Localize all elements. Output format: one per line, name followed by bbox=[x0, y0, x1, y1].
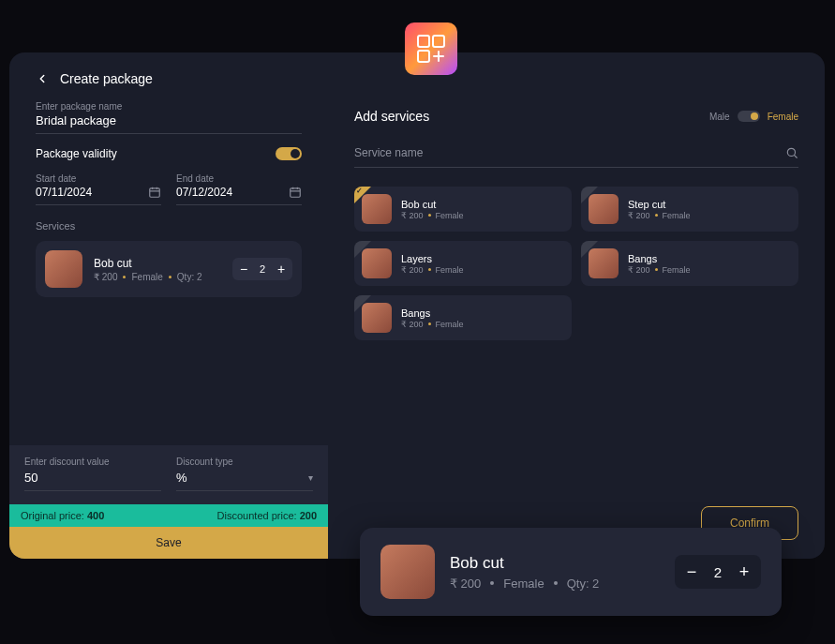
service-thumbnail bbox=[362, 303, 392, 333]
service-card[interactable]: Bob cut ₹ 200 Female bbox=[354, 187, 572, 232]
meta-dot bbox=[169, 276, 171, 278]
meta-dot bbox=[123, 276, 126, 278]
service-card-name: Layers bbox=[401, 253, 464, 264]
service-card-name: Bangs bbox=[628, 253, 691, 264]
validity-label: Package validity bbox=[36, 147, 117, 160]
service-card[interactable]: Bangs ₹ 200 Female bbox=[354, 295, 572, 340]
chosen-service-gender: Female bbox=[131, 272, 162, 282]
chosen-service-qty-label: Qty: 2 bbox=[177, 272, 202, 282]
right-panel: Add services Male Female Service name Bo… bbox=[328, 52, 825, 559]
service-thumbnail bbox=[362, 194, 392, 224]
selected-service-popover: Bob cut ₹ 200 Female Qty: 2 − 2 + bbox=[360, 528, 782, 616]
original-price-value: 400 bbox=[87, 510, 104, 521]
search-icon bbox=[785, 146, 798, 159]
discount-value-label: Enter discount value bbox=[24, 457, 161, 467]
meta-dot bbox=[554, 581, 558, 585]
validity-toggle[interactable] bbox=[276, 147, 302, 160]
discounted-price-label: Discounted price: bbox=[217, 510, 297, 521]
service-card[interactable]: Bangs ₹ 200 Female bbox=[581, 241, 798, 286]
svg-rect-5 bbox=[150, 188, 160, 197]
chosen-service-name: Bob cut bbox=[94, 257, 221, 270]
page-title: Create package bbox=[60, 71, 153, 86]
discount-type-select[interactable]: % ▾ bbox=[176, 471, 313, 491]
gender-toggle: Male Female bbox=[709, 111, 798, 122]
service-thumbnail bbox=[362, 248, 392, 278]
float-qty-label: Qty: 2 bbox=[567, 577, 600, 591]
gender-female-label: Female bbox=[768, 112, 798, 122]
service-card-gender: Female bbox=[436, 265, 464, 275]
add-services-title: Add services bbox=[354, 109, 429, 124]
chosen-service-price: ₹ 200 bbox=[94, 272, 117, 282]
start-date-value: 07/11/2024 bbox=[36, 186, 92, 199]
app-logo bbox=[405, 22, 457, 75]
service-card-name: Step cut bbox=[628, 199, 691, 210]
search-input[interactable]: Service name bbox=[354, 146, 798, 168]
float-service-price: ₹ 200 bbox=[450, 577, 481, 591]
meta-dot bbox=[655, 214, 658, 217]
qty-stepper: − 2 + bbox=[232, 258, 292, 280]
svg-rect-9 bbox=[291, 188, 301, 197]
service-card-gender: Female bbox=[436, 320, 464, 329]
float-service-name: Bob cut bbox=[450, 554, 660, 573]
service-card-name: Bangs bbox=[401, 307, 464, 319]
float-qty-minus-button[interactable]: − bbox=[680, 561, 703, 583]
float-qty-stepper: − 2 + bbox=[675, 555, 761, 589]
calendar-icon bbox=[289, 186, 302, 199]
original-price-label: Original price: bbox=[21, 510, 84, 521]
qty-plus-button[interactable]: + bbox=[273, 261, 290, 277]
chosen-service-item: Bob cut ₹ 200 Female Qty: 2 − 2 + bbox=[36, 241, 302, 297]
service-card-price: ₹ 200 bbox=[628, 211, 650, 220]
service-card-price: ₹ 200 bbox=[628, 265, 650, 275]
service-thumbnail bbox=[380, 545, 435, 599]
service-card-gender: Female bbox=[663, 265, 691, 275]
meta-dot bbox=[428, 322, 431, 325]
service-card-gender: Female bbox=[436, 211, 464, 220]
float-qty-plus-button[interactable]: + bbox=[733, 561, 755, 583]
gender-male-label: Male bbox=[709, 112, 730, 122]
discount-value-input[interactable]: 50 bbox=[24, 471, 161, 491]
calendar-icon bbox=[148, 186, 161, 199]
meta-dot bbox=[428, 214, 431, 217]
discounted-price-value: 200 bbox=[300, 510, 317, 521]
svg-rect-1 bbox=[433, 36, 444, 47]
service-card[interactable]: Layers ₹ 200 Female bbox=[354, 241, 572, 286]
gender-switch[interactable] bbox=[738, 111, 760, 122]
service-card-price: ₹ 200 bbox=[401, 265, 424, 275]
services-label: Services bbox=[36, 220, 302, 232]
start-date-input[interactable]: 07/11/2024 bbox=[36, 186, 161, 205]
discount-type-value: % bbox=[176, 471, 187, 485]
end-date-value: 07/12/2024 bbox=[176, 186, 232, 199]
left-panel: Create package Enter package name Bridal… bbox=[9, 52, 328, 559]
svg-rect-2 bbox=[418, 51, 429, 62]
back-icon[interactable] bbox=[36, 72, 49, 85]
service-card[interactable]: Step cut ₹ 200 Female bbox=[581, 187, 798, 232]
svg-line-14 bbox=[795, 156, 798, 158]
discount-type-label: Discount type bbox=[176, 457, 313, 467]
meta-dot bbox=[428, 268, 431, 271]
save-button[interactable]: Save bbox=[9, 527, 328, 559]
qty-value: 2 bbox=[254, 263, 271, 275]
service-card-price: ₹ 200 bbox=[401, 211, 424, 220]
svg-rect-0 bbox=[418, 36, 429, 47]
service-card-price: ₹ 200 bbox=[401, 320, 424, 329]
qty-minus-button[interactable]: − bbox=[235, 261, 252, 277]
service-thumbnail bbox=[45, 250, 82, 288]
meta-dot bbox=[490, 581, 494, 585]
service-grid: Bob cut ₹ 200 Female Step cut ₹ 200 Fema… bbox=[354, 187, 798, 340]
end-date-input[interactable]: 07/12/2024 bbox=[176, 186, 302, 205]
service-card-gender: Female bbox=[663, 211, 691, 220]
chevron-down-icon: ▾ bbox=[308, 472, 313, 483]
create-package-card: Create package Enter package name Bridal… bbox=[9, 52, 825, 559]
service-card-name: Bob cut bbox=[401, 199, 464, 210]
package-name-input[interactable]: Bridal package bbox=[36, 113, 302, 134]
float-qty-value: 2 bbox=[707, 564, 729, 580]
service-thumbnail bbox=[589, 248, 619, 278]
package-name-label: Enter package name bbox=[36, 101, 302, 112]
meta-dot bbox=[655, 268, 658, 271]
end-date-label: End date bbox=[176, 173, 302, 184]
search-placeholder: Service name bbox=[354, 146, 423, 159]
service-thumbnail bbox=[589, 194, 619, 224]
float-service-gender: Female bbox=[503, 577, 544, 591]
price-summary-bar: Original price: 400 Discounted price: 20… bbox=[9, 504, 328, 527]
start-date-label: Start date bbox=[36, 173, 161, 184]
